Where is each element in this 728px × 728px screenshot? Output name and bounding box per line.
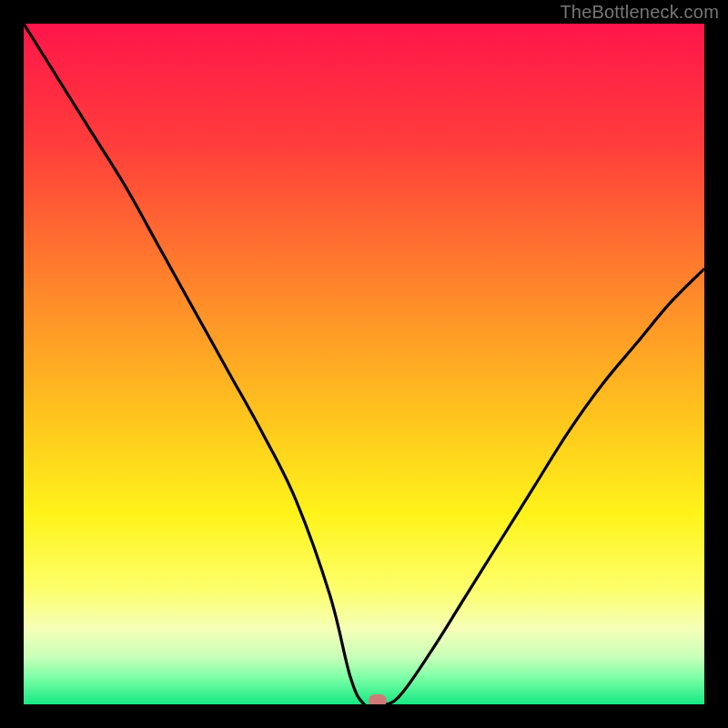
chart-frame: TheBottleneck.com bbox=[0, 0, 728, 728]
plot-area bbox=[24, 24, 704, 704]
attribution-label: TheBottleneck.com bbox=[560, 2, 719, 23]
gradient-background bbox=[24, 24, 704, 704]
optimum-marker bbox=[369, 694, 387, 704]
plot-svg bbox=[24, 24, 704, 704]
